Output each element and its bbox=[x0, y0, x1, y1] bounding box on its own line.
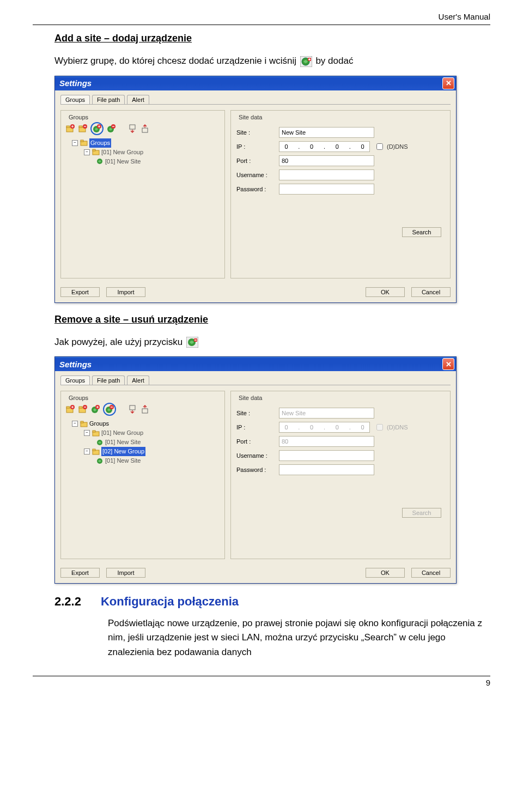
ip-input[interactable]: 0. 0. 0. 0 bbox=[279, 422, 370, 433]
groups-tree[interactable]: − Groups − [01] New Group [01] New Site bbox=[64, 138, 221, 166]
ip-b[interactable]: 0 bbox=[310, 424, 313, 431]
collapse-icon[interactable]: − bbox=[84, 149, 90, 155]
tab-alert[interactable]: Alert bbox=[127, 95, 149, 104]
svg-rect-15 bbox=[130, 125, 135, 129]
globe-icon bbox=[96, 457, 104, 465]
ddns-checkbox[interactable]: (D)DNS bbox=[374, 142, 408, 152]
text-remove-site: Jak powyżej, ale użyj przycisku bbox=[54, 335, 485, 349]
heading-remove-site: Remove a site – usuń urządzenie bbox=[54, 314, 485, 325]
export-button[interactable]: Export bbox=[60, 568, 100, 578]
ip-a[interactable]: 0 bbox=[284, 143, 288, 150]
collapse-icon[interactable]: − bbox=[72, 421, 78, 427]
username-input[interactable] bbox=[279, 169, 374, 180]
search-button[interactable]: Search bbox=[402, 227, 441, 237]
tree-site-2-label: [01] New Site bbox=[105, 456, 141, 465]
ip-a[interactable]: 0 bbox=[284, 424, 288, 431]
tab-alert[interactable]: Alert bbox=[127, 375, 149, 385]
ip-d[interactable]: 0 bbox=[361, 424, 364, 431]
port-input[interactable]: 80 bbox=[279, 436, 374, 447]
tree-site-1[interactable]: [01] New Site bbox=[64, 157, 221, 166]
cancel-button[interactable]: Cancel bbox=[411, 568, 451, 578]
site-data-label: Site data bbox=[236, 114, 264, 120]
site-label: Site : bbox=[236, 410, 279, 416]
ip-b[interactable]: 0 bbox=[310, 143, 313, 150]
tab-file-path[interactable]: File path bbox=[92, 375, 125, 385]
username-input[interactable] bbox=[279, 450, 374, 461]
remove-group-icon[interactable] bbox=[78, 124, 88, 134]
groups-tree[interactable]: − Groups − [01] New Group [01] New Site bbox=[64, 419, 221, 465]
tree-root[interactable]: − Groups bbox=[64, 419, 221, 428]
folder-icon bbox=[80, 420, 88, 428]
tree-root[interactable]: − Groups bbox=[64, 138, 221, 148]
import-button[interactable]: Import bbox=[106, 568, 145, 578]
section-title: Konfiguracja połączenia bbox=[101, 595, 239, 609]
globe-icon bbox=[96, 439, 104, 446]
password-input[interactable] bbox=[279, 464, 374, 475]
import-button[interactable]: Import bbox=[106, 287, 145, 297]
search-button: Search bbox=[402, 508, 441, 518]
svg-rect-16 bbox=[142, 128, 148, 132]
move-up-icon[interactable] bbox=[141, 124, 150, 134]
cancel-button[interactable]: Cancel bbox=[411, 287, 451, 297]
tree-group-1[interactable]: − [01] New Group bbox=[64, 148, 221, 157]
close-icon[interactable]: ✕ bbox=[442, 358, 454, 370]
svg-rect-6 bbox=[66, 126, 70, 128]
tree-root-label: Groups bbox=[89, 138, 111, 148]
remove-site-icon[interactable] bbox=[106, 124, 116, 134]
ip-c[interactable]: 0 bbox=[336, 424, 339, 431]
svg-rect-29 bbox=[79, 407, 82, 408]
tree-site-1-label: [01] New Site bbox=[105, 157, 141, 166]
remove-site-icon[interactable] bbox=[103, 403, 116, 416]
text-add-site: Wybierz grupę, do której chcesz dodać ur… bbox=[54, 54, 485, 68]
tree-group-1[interactable]: − [01] New Group bbox=[64, 428, 221, 438]
ip-d[interactable]: 0 bbox=[361, 143, 364, 150]
ok-button[interactable]: OK bbox=[366, 287, 405, 297]
tab-groups[interactable]: Groups bbox=[60, 375, 90, 385]
add-site-icon[interactable] bbox=[90, 404, 100, 414]
ok-button[interactable]: OK bbox=[366, 568, 405, 578]
svg-rect-26 bbox=[66, 407, 70, 408]
site-data-fieldset: Site data Site : New Site IP : 0. 0. 0. bbox=[230, 391, 451, 559]
svg-rect-38 bbox=[81, 421, 83, 423]
password-label: Password : bbox=[236, 186, 279, 192]
folder-icon bbox=[80, 139, 88, 147]
tree-group-1-label: [01] New Group bbox=[101, 148, 143, 157]
collapse-icon[interactable]: − bbox=[72, 140, 78, 146]
close-icon[interactable]: ✕ bbox=[442, 77, 454, 89]
site-data-label: Site data bbox=[236, 395, 264, 401]
text-remove: Jak powyżej, ale użyj przycisku bbox=[54, 337, 185, 347]
site-input[interactable]: New Site bbox=[279, 127, 374, 138]
collapse-icon[interactable]: − bbox=[84, 430, 90, 436]
remove-group-icon[interactable] bbox=[78, 404, 88, 414]
tree-site-1[interactable]: [01] New Site bbox=[64, 438, 221, 447]
tree-site-2[interactable]: [01] New Site bbox=[64, 456, 221, 465]
move-down-icon[interactable] bbox=[128, 124, 138, 134]
site-input[interactable]: New Site bbox=[279, 408, 374, 419]
tree-group-2[interactable]: − [02] New Group bbox=[64, 447, 221, 456]
add-group-icon[interactable] bbox=[65, 124, 75, 134]
folder-icon bbox=[92, 148, 100, 156]
window-title: Settings bbox=[59, 360, 92, 369]
ip-c[interactable]: 0 bbox=[336, 143, 339, 150]
folder-icon bbox=[92, 429, 100, 437]
site-label: Site : bbox=[236, 129, 279, 136]
ip-input[interactable]: 0. 0. 0. 0 bbox=[279, 141, 370, 152]
groups-fieldset-label: Groups bbox=[66, 395, 90, 401]
add-site-icon[interactable] bbox=[90, 122, 104, 135]
settings-window-1: Settings ✕ Groups File path Alert Groups bbox=[54, 76, 457, 303]
username-label: Username : bbox=[236, 452, 279, 459]
svg-rect-20 bbox=[93, 149, 95, 151]
site-data-fieldset: Site data Site : New Site IP : 0. 0. 0. bbox=[230, 110, 451, 278]
move-down-icon[interactable] bbox=[128, 404, 138, 414]
tab-file-path[interactable]: File path bbox=[92, 95, 125, 104]
port-input[interactable]: 80 bbox=[279, 155, 374, 166]
tab-groups[interactable]: Groups bbox=[60, 95, 90, 104]
footer-rule bbox=[33, 676, 490, 676]
add-group-icon[interactable] bbox=[65, 404, 75, 414]
svg-rect-18 bbox=[81, 140, 83, 142]
export-button[interactable]: Export bbox=[60, 287, 100, 297]
collapse-icon[interactable]: − bbox=[84, 449, 90, 455]
move-up-icon[interactable] bbox=[141, 404, 150, 414]
password-input[interactable] bbox=[279, 184, 374, 195]
groups-toolbar bbox=[64, 120, 221, 138]
